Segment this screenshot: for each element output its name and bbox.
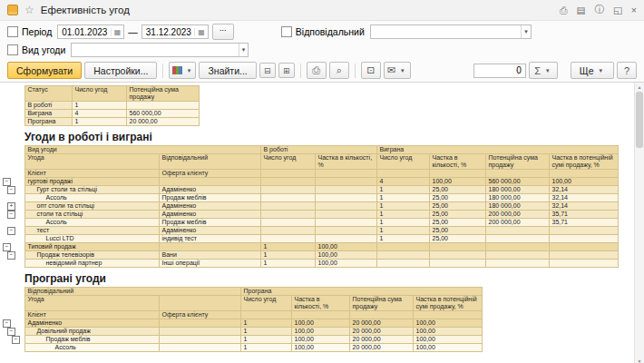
chevron-down-icon[interactable]: ▾ <box>239 44 249 56</box>
value-cell[interactable]: 100,00 <box>291 328 349 336</box>
value-cell[interactable] <box>485 260 549 268</box>
value-cell[interactable] <box>315 178 376 186</box>
value-cell[interactable]: 20 000,00 <box>349 328 413 336</box>
status-cell[interactable]: Виграна <box>24 110 72 118</box>
value-cell[interactable] <box>260 219 315 227</box>
value-cell[interactable]: 1 <box>376 211 429 219</box>
value-cell[interactable] <box>549 243 618 251</box>
value-cell[interactable]: 35,71 <box>549 219 618 227</box>
collapse-group-icon[interactable]: − <box>3 319 11 328</box>
collapse-groups-button[interactable]: ⊟ <box>259 63 276 78</box>
calendar-icon[interactable]: ▦ <box>111 28 124 36</box>
value-cell[interactable] <box>260 227 315 235</box>
value-cell[interactable]: 100,00 <box>291 344 349 352</box>
value-cell[interactable] <box>260 194 315 202</box>
value-cell[interactable] <box>485 235 549 243</box>
scrollbar-thumb[interactable] <box>636 92 643 148</box>
value-cell[interactable]: 20 000,00 <box>349 336 413 344</box>
value-cell[interactable]: 25,00 <box>429 227 485 235</box>
name-cell[interactable]: гуртові продажі <box>24 178 159 186</box>
collapse-group-icon[interactable]: − <box>7 328 15 336</box>
detail-cell[interactable]: Продаж меблів <box>159 194 260 202</box>
expand-groups-button[interactable]: ⊞ <box>278 63 295 78</box>
collapse-group-icon[interactable]: − <box>7 186 15 194</box>
detail-cell[interactable] <box>159 243 260 251</box>
value-cell[interactable]: 100,00 <box>413 344 482 352</box>
value-cell[interactable] <box>549 227 618 235</box>
value-cell[interactable] <box>260 211 315 219</box>
detail-cell[interactable]: Адаміненко <box>159 211 260 219</box>
name-cell[interactable]: Ассоль <box>24 344 159 352</box>
name-cell[interactable]: столи та стільці <box>24 211 159 219</box>
value-cell[interactable]: 100,00 <box>413 336 482 344</box>
period-checkbox[interactable] <box>7 26 18 37</box>
name-cell[interactable]: Типовий продаж <box>24 243 159 251</box>
value-cell[interactable]: 100,00 <box>549 178 618 186</box>
detail-cell[interactable]: Адаміненко <box>159 227 260 235</box>
value-cell[interactable]: 1 <box>376 235 429 243</box>
collapse-group-icon[interactable]: − <box>12 336 20 344</box>
sum-cell[interactable]: 20 000,00 <box>126 118 199 126</box>
value-cell[interactable]: 1 <box>376 194 429 202</box>
expand-group-icon[interactable]: + <box>7 202 15 211</box>
responsible-input[interactable]: ▾ <box>370 25 532 39</box>
value-cell[interactable]: 100,00 <box>413 319 482 328</box>
value-cell[interactable]: 25,00 <box>429 235 485 243</box>
find-button[interactable]: Знайти... <box>199 62 256 79</box>
value-cell[interactable]: 1 <box>260 251 315 260</box>
value-cell[interactable]: 180 000,00 <box>485 186 549 194</box>
collapse-group-icon[interactable]: − <box>7 211 15 219</box>
value-cell[interactable] <box>376 251 429 260</box>
vertical-scrollbar[interactable]: ▲ ▼ <box>634 83 644 363</box>
value-cell[interactable]: 32,14 <box>549 186 618 194</box>
value-cell[interactable]: 100,00 <box>315 260 376 268</box>
value-cell[interactable]: 1 <box>376 219 429 227</box>
value-cell[interactable]: 25,00 <box>429 186 485 194</box>
value-cell[interactable]: 4 <box>376 178 429 186</box>
sum-cell[interactable]: 560 000,00 <box>126 110 199 118</box>
value-cell[interactable]: 100,00 <box>315 243 376 251</box>
detail-cell[interactable]: Адаміненко <box>159 202 260 211</box>
name-cell[interactable]: опт столи та стільці <box>24 202 159 211</box>
value-cell[interactable]: 25,00 <box>429 219 485 227</box>
more-button[interactable]: Ще ▾ <box>571 62 614 79</box>
value-cell[interactable]: 200 000,00 <box>485 219 549 227</box>
value-cell[interactable] <box>315 219 376 227</box>
detail-cell[interactable] <box>159 328 240 336</box>
name-cell[interactable]: невідомий партнер <box>24 260 159 268</box>
value-cell[interactable] <box>485 227 549 235</box>
value-cell[interactable]: 32,14 <box>549 202 618 211</box>
value-cell[interactable] <box>315 235 376 243</box>
value-cell[interactable] <box>376 243 429 251</box>
count-cell[interactable]: 1 <box>72 118 126 126</box>
value-cell[interactable]: 100,00 <box>291 336 349 344</box>
help-button[interactable]: ? <box>617 62 637 79</box>
print-button[interactable]: ⎙ <box>307 62 327 79</box>
calendar-icon[interactable]: ▦ <box>194 28 208 36</box>
responsible-checkbox[interactable] <box>281 26 292 37</box>
info-icon[interactable]: ⓘ <box>594 4 604 16</box>
value-cell[interactable]: 25,00 <box>429 202 485 211</box>
value-cell[interactable] <box>260 186 315 194</box>
chevron-down-icon[interactable]: ▾ <box>521 25 531 38</box>
name-cell[interactable]: Ассоль <box>24 194 159 202</box>
send-mail-button[interactable]: ✉ ▾ <box>384 62 411 79</box>
name-cell[interactable]: Гурт столи та стільці <box>24 186 159 194</box>
count-cell[interactable]: 4 <box>72 110 126 118</box>
detail-cell[interactable] <box>159 319 240 328</box>
value-cell[interactable] <box>315 186 376 194</box>
value-cell[interactable] <box>315 202 376 211</box>
value-cell[interactable] <box>260 235 315 243</box>
scroll-up-icon[interactable]: ▲ <box>638 83 642 91</box>
value-cell[interactable]: 1 <box>376 202 429 211</box>
period-to-input[interactable]: 31.12.2023 ▦ <box>141 25 209 39</box>
value-cell[interactable]: 560 000,00 <box>485 178 549 186</box>
value-cell[interactable] <box>429 260 485 268</box>
collapse-group-icon[interactable]: − <box>3 178 11 186</box>
value-cell[interactable]: 100,00 <box>413 328 482 336</box>
collapse-group-icon[interactable]: − <box>7 227 15 235</box>
value-cell[interactable]: 100,00 <box>315 251 376 260</box>
value-cell[interactable] <box>549 251 618 260</box>
close-icon[interactable]: × <box>631 5 637 15</box>
value-cell[interactable] <box>549 260 618 268</box>
